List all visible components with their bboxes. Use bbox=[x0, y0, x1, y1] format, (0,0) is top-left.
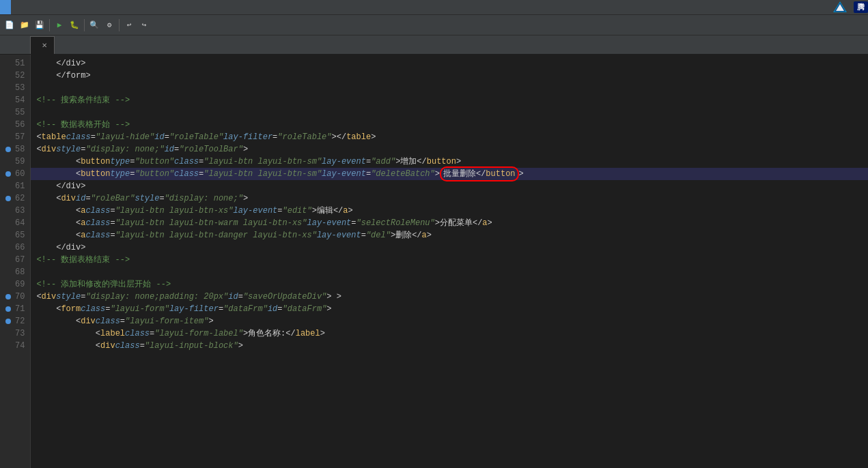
line-num-text: 59 bbox=[15, 156, 25, 168]
code-area: 5152535455565758596061626364656667686970… bbox=[0, 55, 868, 468]
tab-rolecontroller[interactable] bbox=[0, 36, 15, 54]
line-number-74: 74 bbox=[5, 340, 25, 352]
line-number-51: 51 bbox=[5, 57, 25, 70]
line-num-text: 56 bbox=[15, 119, 25, 131]
line-number-58: 58 bbox=[5, 143, 25, 156]
line-number-54: 54 bbox=[5, 94, 25, 106]
line-num-text: 55 bbox=[15, 106, 25, 119]
toolbar-redo-btn[interactable]: ↪ bbox=[137, 18, 151, 32]
line-number-55: 55 bbox=[5, 106, 25, 119]
line-number-67: 67 bbox=[5, 254, 25, 266]
line-number-65: 65 bbox=[5, 229, 25, 242]
code-line-57[interactable]: <table class="layui-hide" id="roleTable"… bbox=[31, 131, 868, 143]
menu-project[interactable] bbox=[44, 0, 55, 14]
code-line-65[interactable]: <a class="layui-btn layui-btn-danger lay… bbox=[31, 229, 868, 242]
line-number-59: 59 bbox=[5, 156, 25, 168]
line-num-text: 73 bbox=[15, 327, 25, 340]
menu-search[interactable] bbox=[33, 0, 44, 14]
breakpoint-dot[interactable] bbox=[5, 147, 11, 152]
code-line-64[interactable]: <a class="layui-btn layui-btn-warm layui… bbox=[31, 217, 868, 229]
code-line-60[interactable]: <button type="button" class="layui-btn l… bbox=[31, 168, 868, 180]
line-num-text: 66 bbox=[15, 242, 25, 254]
menu-help[interactable] bbox=[76, 0, 87, 14]
code-line-66[interactable]: </div> bbox=[31, 242, 868, 254]
tab-syscontroller[interactable] bbox=[15, 36, 30, 54]
toolbar-debug-btn[interactable]: 🐛 bbox=[68, 18, 81, 32]
code-line-63[interactable]: <a class="layui-btn layui-btn-xs" lay-ev… bbox=[31, 205, 868, 217]
line-num-text: 51 bbox=[15, 57, 25, 70]
breakpoint-dot[interactable] bbox=[5, 319, 11, 324]
line-num-text: 53 bbox=[15, 82, 25, 94]
code-line-58[interactable]: <div style="display: none;" id="roleTool… bbox=[31, 143, 868, 156]
line-number-61: 61 bbox=[5, 180, 25, 192]
line-number-60: 60 bbox=[5, 168, 25, 180]
line-number-63: 63 bbox=[5, 205, 25, 217]
line-number-53: 53 bbox=[5, 82, 25, 94]
code-line-70[interactable]: <div style="display: none;padding: 20px"… bbox=[31, 291, 868, 303]
code-line-55[interactable] bbox=[31, 106, 868, 119]
breakpoint-dot[interactable] bbox=[5, 196, 11, 201]
toolbar-save-btn[interactable]: 💾 bbox=[33, 18, 46, 32]
toolbar-sep-3 bbox=[119, 19, 120, 31]
code-line-54[interactable]: <!-- 搜索条件结束 --> bbox=[31, 94, 868, 106]
menubar: 腾 bbox=[0, 0, 868, 15]
breakpoint-dot[interactable] bbox=[5, 294, 11, 299]
code-line-62[interactable]: <div id="roleBar" style="display: none;"… bbox=[31, 192, 868, 205]
line-num-text: 70 bbox=[15, 291, 25, 303]
toolbar-sep-1 bbox=[49, 19, 50, 31]
toolbar-sep-2 bbox=[84, 19, 85, 31]
toolbar-new-btn[interactable]: 📄 bbox=[3, 18, 16, 32]
code-line-52[interactable]: </form> bbox=[31, 70, 868, 82]
tab-close-icon[interactable]: ✕ bbox=[42, 42, 47, 49]
line-number-68: 68 bbox=[5, 266, 25, 278]
tab-rolemanager[interactable]: ✕ bbox=[30, 36, 55, 54]
toolbar-search-btn[interactable]: 🔍 bbox=[87, 18, 101, 32]
code-line-61[interactable]: </div> bbox=[31, 180, 868, 192]
toolbar-run-btn[interactable]: ▶ bbox=[53, 18, 66, 32]
menu-window[interactable] bbox=[66, 0, 76, 14]
code-line-53[interactable] bbox=[31, 82, 868, 94]
line-number-62: 62 bbox=[5, 192, 25, 205]
code-line-68[interactable] bbox=[31, 266, 868, 278]
toolbar-open-btn[interactable]: 📁 bbox=[18, 18, 31, 32]
line-num-text: 54 bbox=[15, 94, 25, 106]
tabbar: ✕ bbox=[0, 35, 868, 55]
toolbar-settings-btn[interactable]: ⚙ bbox=[102, 18, 116, 32]
line-num-text: 62 bbox=[15, 192, 25, 205]
code-line-74[interactable]: <div class="layui-input-block"> bbox=[31, 340, 868, 352]
line-number-73: 73 bbox=[5, 327, 25, 340]
code-line-72[interactable]: <div class="layui-form-item"> bbox=[31, 315, 868, 327]
quick-access-area: 腾 bbox=[821, 0, 868, 15]
line-num-text: 72 bbox=[15, 315, 25, 327]
code-content[interactable]: </div> </form><!-- 搜索条件结束 --><!-- 数据表格开始… bbox=[31, 55, 868, 468]
code-line-73[interactable]: <label class="layui-form-label">角色名称:</l… bbox=[31, 327, 868, 340]
line-number-69: 69 bbox=[5, 278, 25, 291]
line-num-text: 68 bbox=[15, 266, 25, 278]
code-line-69[interactable]: <!-- 添加和修改的弹出层开始 --> bbox=[31, 278, 868, 291]
line-number-56: 56 bbox=[5, 119, 25, 131]
line-num-text: 58 bbox=[15, 143, 25, 156]
line-number-71: 71 bbox=[5, 303, 25, 315]
product-label: 腾 bbox=[854, 1, 868, 13]
line-num-text: 67 bbox=[15, 254, 25, 266]
line-number-70: 70 bbox=[5, 291, 25, 303]
breakpoint-dot[interactable] bbox=[5, 171, 11, 177]
line-number-57: 57 bbox=[5, 131, 25, 143]
line-number-66: 66 bbox=[5, 242, 25, 254]
line-num-text: 60 bbox=[15, 168, 25, 180]
toolbar-undo-btn[interactable]: ↩ bbox=[122, 18, 136, 32]
menu-navigate[interactable] bbox=[22, 0, 33, 14]
menu-source[interactable] bbox=[0, 0, 11, 14]
line-num-text: 74 bbox=[15, 340, 25, 352]
code-line-51[interactable]: </div> bbox=[31, 57, 868, 70]
breakpoint-dot[interactable] bbox=[5, 306, 11, 312]
line-num-text: 64 bbox=[15, 217, 25, 229]
code-line-56[interactable]: <!-- 数据表格开始 --> bbox=[31, 119, 868, 131]
menu-run[interactable] bbox=[55, 0, 66, 14]
code-line-67[interactable]: <!-- 数据表格结束 --> bbox=[31, 254, 868, 266]
line-num-text: 63 bbox=[15, 205, 25, 217]
line-numbers: 5152535455565758596061626364656667686970… bbox=[0, 55, 31, 468]
code-line-71[interactable]: <form class="layui-form" lay-filter="dat… bbox=[31, 303, 868, 315]
menu-refactor[interactable] bbox=[11, 0, 22, 14]
line-number-52: 52 bbox=[5, 70, 25, 82]
